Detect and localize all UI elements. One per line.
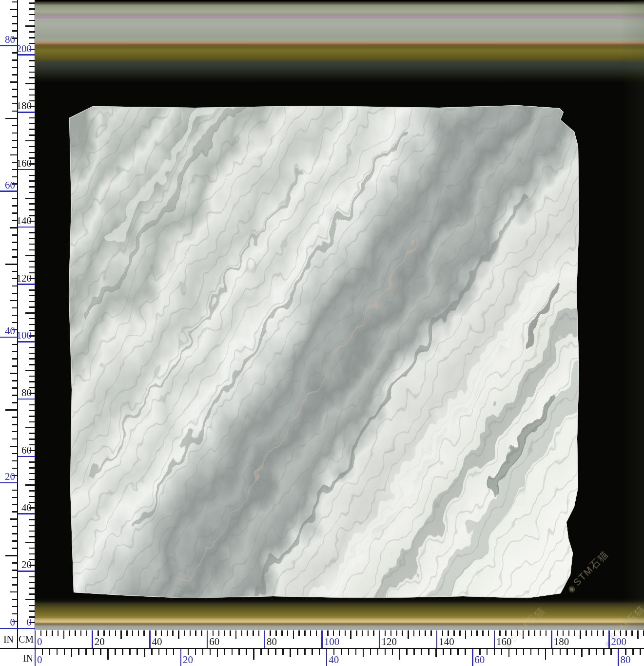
ruler-tick bbox=[85, 649, 87, 655]
ruler-tick bbox=[120, 630, 122, 639]
ruler-tick bbox=[207, 630, 208, 639]
ruler-tick bbox=[107, 649, 109, 660]
ruler-mark-line bbox=[149, 630, 151, 648]
vertical-inch-unit-label: IN bbox=[0, 634, 17, 645]
ruler-tick bbox=[25, 140, 35, 142]
ruler-tick bbox=[25, 628, 35, 629]
ruler-tick bbox=[442, 630, 444, 636]
ruler-tick bbox=[282, 649, 284, 655]
ruler-tick bbox=[25, 513, 35, 514]
ruler-tick bbox=[213, 630, 214, 636]
ruler-tick bbox=[581, 649, 583, 657]
ruler-tick bbox=[10, 81, 18, 83]
ruler-tick bbox=[5, 118, 18, 119]
ruler-tick bbox=[597, 630, 599, 636]
ruler-tick bbox=[25, 312, 35, 314]
ruler-tick bbox=[482, 630, 484, 636]
ruler-tick bbox=[25, 599, 35, 601]
ruler-tick bbox=[25, 571, 35, 572]
ruler-tick bbox=[298, 630, 300, 636]
ruler-mark-line bbox=[180, 649, 182, 666]
ruler-label: 0 bbox=[0, 617, 15, 628]
ruler-tick bbox=[5, 45, 18, 46]
ruler-tick bbox=[25, 456, 35, 457]
ruler-tick bbox=[377, 649, 379, 655]
ruler-tick bbox=[610, 649, 612, 655]
ruler-tick bbox=[568, 630, 570, 636]
ruler-tick bbox=[40, 630, 42, 636]
ruler-tick bbox=[538, 649, 539, 655]
ruler-tick bbox=[25, 427, 35, 429]
ruler-tick bbox=[86, 630, 88, 636]
ruler-tick bbox=[253, 649, 254, 660]
ruler-tick bbox=[363, 649, 364, 657]
ruler-tick bbox=[625, 649, 626, 655]
ruler-tick bbox=[100, 649, 101, 655]
ruler-tick bbox=[57, 649, 58, 655]
ruler-tick bbox=[10, 446, 18, 447]
ruler-tick bbox=[632, 649, 634, 655]
ruler-tick bbox=[637, 630, 639, 639]
ruler-label: 20 bbox=[0, 471, 15, 482]
ruler-tick bbox=[129, 649, 131, 655]
ruler-mark-line bbox=[18, 284, 36, 285]
ruler-mark-line bbox=[35, 649, 36, 666]
ruler-tick bbox=[115, 630, 117, 636]
ruler-tick bbox=[488, 630, 489, 636]
ruler-mark-line bbox=[18, 54, 36, 56]
ruler-tick bbox=[137, 649, 138, 655]
ruler-tick bbox=[270, 630, 271, 636]
ruler-tick bbox=[5, 264, 18, 265]
ruler-label: 180 bbox=[554, 636, 575, 647]
ruler-tick bbox=[413, 649, 415, 655]
ruler-tick bbox=[25, 25, 35, 27]
ruler-tick bbox=[260, 649, 262, 655]
ruler-tick bbox=[471, 630, 472, 636]
ruler-tick bbox=[479, 649, 481, 655]
ruler-mark-line bbox=[18, 169, 36, 171]
marble-slab-photo bbox=[35, 0, 644, 630]
vertical-ruler-edge-line bbox=[35, 0, 36, 630]
ruler-tick bbox=[540, 630, 541, 636]
ruler-mark-line bbox=[18, 571, 36, 572]
ruler-tick bbox=[430, 630, 432, 636]
ruler-tick bbox=[326, 649, 328, 660]
ruler-mark-line bbox=[0, 190, 18, 192]
ruler-tick bbox=[327, 630, 329, 636]
ruler-tick bbox=[534, 630, 535, 636]
ruler-tick bbox=[487, 649, 488, 655]
ruler-tick bbox=[25, 54, 35, 56]
ruler-label: 120 bbox=[381, 636, 403, 647]
ruler-tick bbox=[10, 518, 18, 520]
ruler-tick bbox=[472, 649, 473, 660]
ruler-tick bbox=[241, 630, 243, 636]
ruler-label: 80 bbox=[0, 34, 15, 45]
ruler-tick bbox=[172, 630, 174, 636]
ruler-tick bbox=[10, 9, 18, 10]
ruler-tick bbox=[46, 630, 47, 636]
ruler-tick bbox=[297, 649, 298, 655]
ruler-tick bbox=[166, 649, 167, 655]
ruler-tick bbox=[5, 190, 18, 192]
ruler-tick bbox=[435, 649, 437, 657]
ruler-tick bbox=[465, 630, 467, 639]
ruler-tick bbox=[268, 649, 269, 655]
ruler-tick bbox=[392, 649, 393, 655]
ruler-tick bbox=[275, 649, 276, 655]
ruler-tick bbox=[640, 649, 641, 655]
ruler-tick bbox=[173, 649, 175, 655]
ruler-tick bbox=[453, 630, 455, 636]
ruler-tick bbox=[339, 630, 340, 636]
ruler-tick bbox=[585, 630, 587, 636]
ruler-tick bbox=[350, 630, 351, 639]
ruler-tick bbox=[545, 649, 546, 660]
ruler-tick bbox=[304, 630, 306, 636]
ruler-mark-line bbox=[18, 513, 36, 514]
ruler-tick bbox=[459, 630, 461, 636]
ruler-tick bbox=[413, 630, 415, 636]
ruler-tick bbox=[25, 542, 35, 543]
ruler-tick bbox=[443, 649, 444, 655]
ruler-tick bbox=[505, 630, 507, 636]
ruler-tick bbox=[465, 649, 466, 655]
ruler-mark-line bbox=[326, 649, 328, 666]
